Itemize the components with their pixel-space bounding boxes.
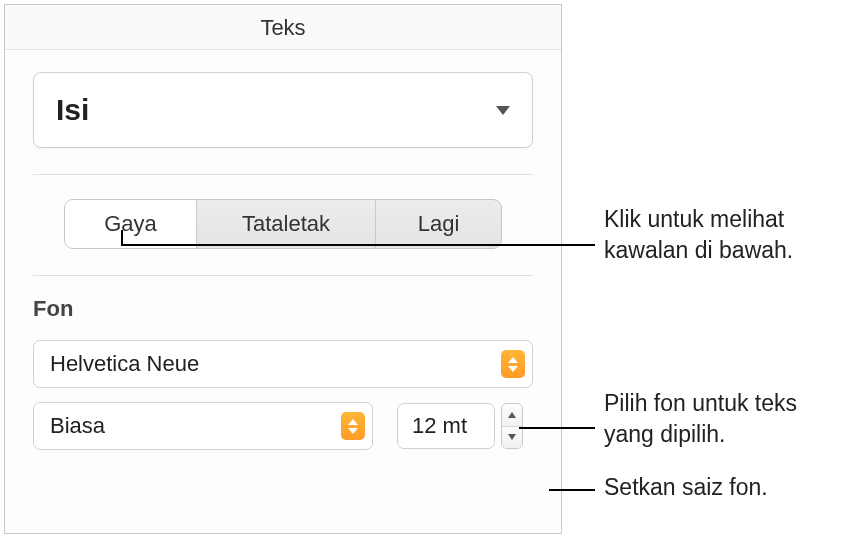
- tabs-segmented-control: Gaya Tataletak Lagi: [64, 199, 502, 249]
- text-inspector-panel: Teks Isi Gaya Tataletak Lagi Fon Helveti…: [4, 4, 562, 534]
- callout-font-size: Setkan saiz fon.: [604, 472, 768, 503]
- font-family-label: Helvetica Neue: [50, 351, 199, 377]
- divider: [33, 275, 533, 276]
- tab-lagi[interactable]: Lagi: [376, 200, 501, 248]
- callout-tabs: Klik untuk melihat kawalan di bawah.: [604, 204, 850, 266]
- panel-title: Teks: [5, 5, 561, 50]
- chevron-up-icon: [508, 412, 516, 418]
- callout-leader: [122, 244, 595, 246]
- font-size-input[interactable]: 12 mt: [397, 403, 495, 449]
- font-section: Fon Helvetica Neue Biasa 12 mt: [5, 296, 561, 450]
- callout-leader: [549, 489, 595, 491]
- chevron-down-icon[interactable]: [496, 106, 510, 115]
- popup-arrows-icon: [341, 412, 365, 440]
- font-size-stepper-down[interactable]: [502, 427, 522, 449]
- font-family-row: Helvetica Neue: [33, 340, 533, 388]
- tab-gaya[interactable]: Gaya: [65, 200, 196, 248]
- font-size-group: 12 mt: [397, 403, 523, 449]
- paragraph-style-wrap: Isi: [5, 50, 561, 174]
- paragraph-style-popup[interactable]: Isi: [33, 72, 533, 148]
- chevron-down-icon: [508, 434, 516, 440]
- font-section-label: Fon: [33, 296, 533, 322]
- font-typeface-popup[interactable]: Biasa: [33, 402, 373, 450]
- font-size-stepper: [501, 403, 523, 449]
- paragraph-style-label: Isi: [56, 93, 89, 127]
- popup-arrows-icon: [501, 350, 525, 378]
- font-size-stepper-up[interactable]: [502, 404, 522, 427]
- font-face-row: Biasa 12 mt: [33, 402, 533, 450]
- tabs-row: Gaya Tataletak Lagi: [5, 175, 561, 275]
- font-typeface-label: Biasa: [50, 413, 105, 439]
- callout-leader: [519, 427, 595, 429]
- font-family-popup[interactable]: Helvetica Neue: [33, 340, 533, 388]
- tab-tataletak[interactable]: Tataletak: [196, 200, 376, 248]
- callout-font-family: Pilih fon untuk teks yang dipilih.: [604, 388, 850, 450]
